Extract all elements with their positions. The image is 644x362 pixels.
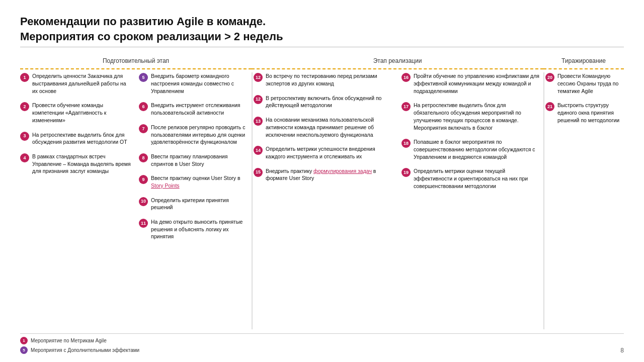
item-badge: 20 (545, 73, 554, 82)
list-item: 12Во встречу по тестированию перед релиз… (254, 72, 393, 87)
item-text: Внедрить инструмент отслеживания пользов… (151, 102, 250, 116)
item-text: Ввести практику оценки User Story в Stor… (151, 174, 250, 189)
item-badge: 6 (139, 102, 148, 111)
col-impl: 12Во встречу по тестированию перед релиз… (252, 72, 543, 329)
item-badge: 8 (139, 153, 148, 162)
list-item: 14Определить метрики успешности внедрени… (254, 145, 393, 160)
item-badge: 21 (545, 102, 554, 111)
legend: 1Мероприятие по Метрикам Agile5Мероприят… (20, 333, 624, 354)
item-text: Определить метрики успешности внедрения … (266, 145, 393, 160)
item-badge: 14 (254, 146, 263, 155)
subcol-prep-right: 5Внедрить барометр командного настроения… (135, 72, 250, 329)
legend-badge: 5 (20, 346, 28, 354)
item-text: Провести Командную сессию Охраны труда п… (557, 72, 624, 95)
list-item: 2Провести обучение команды компетенции «… (20, 102, 131, 124)
legend-label: Мероприятие по Метрикам Agile (31, 338, 107, 343)
item-text: Пройти обучение по управлению конфликтам… (414, 72, 541, 95)
item-badge: 16 (401, 73, 411, 82)
content-area: 1Определить ценности Заказчика для выстр… (20, 72, 624, 329)
item-badge: 9 (139, 175, 148, 184)
list-item: 10Определить критерии принятия решений (139, 197, 250, 211)
page: Рекомендации по развитию Agile в команде… (0, 0, 644, 362)
item-text: Определить критерии принятия решений (151, 197, 250, 211)
list-item: 8Ввести практику планирования спринтов в… (139, 153, 250, 167)
subcol-prep-left: 1Определить ценности Заказчика для выстр… (20, 72, 135, 329)
phase-label-prep: Подготовительный этап (20, 57, 252, 64)
item-badge: 18 (401, 139, 411, 148)
list-item: 19Определить метрики оценки текущей эффе… (401, 167, 541, 190)
list-item: 9Ввести практику оценки User Story в Sto… (139, 174, 250, 189)
item-text: Внедрить барометр командного настроения … (151, 72, 250, 95)
legend-badge: 1 (20, 337, 28, 344)
item-badge: 11 (139, 219, 148, 228)
item-badge: 19 (401, 168, 411, 177)
item-text: На демо открыто выносить принятые решени… (151, 218, 250, 240)
item-text: Определить ценности Заказчика для выстра… (32, 72, 131, 95)
phase-label-impl: Этап реализации (252, 57, 543, 64)
list-item: 13На основании механизма пользовательско… (254, 116, 393, 138)
divider-1 (252, 72, 253, 329)
item-link[interactable]: формулирования задач (313, 168, 372, 174)
list-item: 12В ретроспективу включить блок обсужден… (254, 95, 393, 109)
col-scale: 20Провести Командную сессию Охраны труда… (543, 72, 624, 329)
col-prep: 1Определить ценности Заказчика для выстр… (20, 72, 252, 329)
list-item: 15Внедрить практику формулирования задач… (254, 167, 393, 182)
list-item: 18Попавшие в бэклог мероприятия по совер… (401, 138, 541, 160)
item-badge: 13 (254, 117, 263, 126)
item-badge: 15 (254, 168, 263, 177)
list-item: 6Внедрить инструмент отслеживания пользо… (139, 102, 250, 116)
phase-line-scale (543, 68, 624, 69)
item-badge: 17 (401, 102, 411, 111)
item-text: На ретроспективе выделить блок для обяза… (414, 102, 541, 131)
list-item: 7После релизов регулярно проводить с пол… (139, 124, 250, 146)
page-title: Рекомендации по развитию Agile в команде… (20, 14, 624, 44)
item-text: В ретроспективу включить блок обсуждений… (266, 95, 393, 109)
item-text: Ввести практику планирования спринтов в … (151, 153, 250, 167)
list-item: 1Определить ценности Заказчика для выстр… (20, 72, 131, 95)
item-text: На ретроспективе выделить блок для обсуж… (32, 131, 131, 146)
phase-line-impl (252, 68, 543, 69)
phase-label-scale: Тиражирование (543, 57, 624, 64)
item-text: Провести обучение команды компетенции «А… (32, 102, 131, 124)
list-item: 20Провести Командную сессию Охраны труда… (545, 72, 624, 95)
item-badge: 12 (254, 73, 263, 82)
list-item: 21Выстроить структуру единого окна приня… (545, 102, 624, 124)
item-text: Определить метрики оценки текущей эффект… (414, 167, 541, 190)
item-badge: 7 (139, 124, 148, 133)
page-number: 8 (620, 347, 624, 354)
list-item: 17На ретроспективе выделить блок для обя… (401, 102, 541, 131)
subcol-impl-right: 16Пройти обучение по управлению конфликт… (397, 72, 541, 329)
list-item: 16Пройти обучение по управлению конфликт… (401, 72, 541, 95)
item-text: Выстроить структуру единого окна приняти… (557, 102, 624, 124)
item-badge: 4 (20, 153, 29, 162)
item-text: Попавшие в бэклог мероприятия по соверше… (414, 138, 541, 160)
legend-item: 1Мероприятие по Метрикам Agile (20, 337, 624, 344)
item-badge: 1 (20, 73, 29, 82)
item-badge: 3 (20, 132, 29, 141)
legend-label: Мероприятия с Дополнительными эффектами (31, 347, 139, 353)
list-item: 11На демо открыто выносить принятые реше… (139, 218, 250, 240)
item-badge: 10 (139, 197, 148, 206)
list-item: 5Внедрить барометр командного настроения… (139, 72, 250, 95)
item-badge: 12 (254, 95, 263, 104)
divider-2 (543, 72, 544, 329)
item-text: На основании механизма пользовательской … (266, 116, 393, 138)
item-text: В рамках стандартных встреч Управление –… (32, 153, 131, 175)
item-text: После релизов регулярно проводить с поль… (151, 124, 250, 146)
phase-headers: Подготовительный этап Этап реализации Ти… (20, 57, 624, 64)
subcol-impl-left: 12Во встречу по тестированию перед релиз… (254, 72, 397, 329)
item-text: Внедрить практику формулирования задач в… (266, 167, 393, 182)
item-text: Во встречу по тестированию перед релизам… (266, 72, 393, 87)
item-badge: 2 (20, 102, 29, 111)
item-link[interactable]: Story Points (151, 183, 180, 189)
header: Рекомендации по развитию Agile в команде… (20, 14, 624, 47)
item-badge: 5 (139, 73, 148, 82)
list-item: 3На ретроспективе выделить блок для обсу… (20, 131, 131, 146)
phase-line-prep (20, 68, 252, 69)
legend-item: 5Мероприятия с Дополнительными эффектами (20, 346, 624, 354)
list-item: 4В рамках стандартных встреч Управление … (20, 153, 131, 175)
